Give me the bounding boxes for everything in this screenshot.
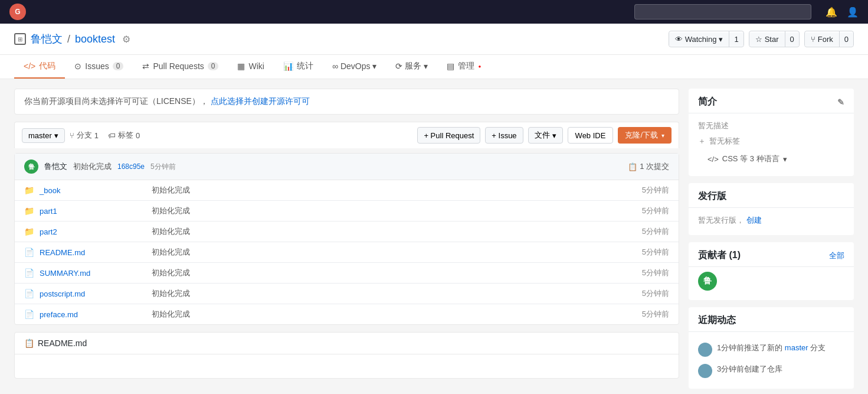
- sidebar-activity: 近期动态 1分钟前推送了新的 master 分支 3分钟前创建了仓库: [689, 307, 854, 389]
- repo-actions: 👁 Watching ▾ 1 ☆ Star 0 ⑂ Fork: [669, 31, 854, 47]
- file-name-postscript[interactable]: postscript.md: [40, 289, 146, 298]
- user-icon[interactable]: 👤: [847, 6, 859, 18]
- file-commit-book: 初始化完成: [152, 185, 636, 196]
- file-name-book[interactable]: _book: [40, 186, 146, 195]
- services-caret: ▾: [424, 61, 428, 71]
- file-table: 鲁 鲁恺文 初始化完成 168c95e 5分钟前 📋 1 次提交 📁 _book…: [14, 153, 679, 325]
- branch-count[interactable]: ⑂ 分支 1: [70, 130, 99, 141]
- commit-count: 📋 1 次提交: [628, 161, 669, 172]
- tab-manage[interactable]: ▤ 管理 ●: [437, 55, 490, 79]
- branch-link[interactable]: master: [785, 343, 808, 352]
- pull-request-button[interactable]: + Pull Request: [417, 127, 480, 144]
- contributors-all-link[interactable]: 全部: [829, 250, 844, 261]
- file-name-summary[interactable]: SUMMARY.md: [40, 269, 146, 278]
- main-content: 你当前开源项目尚未选择许可可证（LICENSE）， 点此选择并创建开源许可可 m…: [0, 79, 868, 394]
- web-ide-button[interactable]: Web IDE: [568, 127, 614, 144]
- activity-title: 近期动态: [689, 314, 854, 332]
- tab-services[interactable]: ⟳ 服务 ▾: [386, 55, 437, 79]
- star-main[interactable]: ☆ Star: [749, 32, 785, 46]
- branch-selector[interactable]: master ▾: [22, 128, 65, 143]
- file-button[interactable]: 文件 ▾: [528, 127, 563, 144]
- top-nav-right: 🔔 👤: [826, 6, 859, 18]
- language-item[interactable]: </> CSS 等 3 种语言 ▾: [698, 151, 844, 167]
- code-icon: </>: [24, 61, 35, 71]
- fork-main[interactable]: ⑂ Fork: [805, 32, 839, 46]
- services-icon: ⟳: [395, 61, 402, 71]
- content-area: 你当前开源项目尚未选择许可可证（LICENSE）， 点此选择并创建开源许可可 m…: [14, 89, 679, 394]
- file-time-part1: 5分钟前: [642, 206, 669, 216]
- readme-header: 📋 README.md: [15, 333, 679, 354]
- file-icon: 📄: [24, 289, 34, 298]
- code-angle-icon: </>: [707, 155, 719, 164]
- contributor-avatar[interactable]: 鲁: [698, 272, 717, 291]
- tab-issues[interactable]: ⊙ Issues 0: [65, 55, 133, 79]
- sidebar-intro: 简介 ✎ 暂无描述 ＋ 暂无标签 </> CSS 等 3 种语言 ▾: [689, 89, 854, 176]
- issue-button[interactable]: + Issue: [485, 127, 523, 144]
- file-row: 📄 SUMMARY.md 初始化完成 5分钟前: [15, 263, 679, 284]
- contributors-header: 贡献者 (1) 全部: [689, 249, 854, 267]
- tag-icon: 🏷: [108, 131, 116, 140]
- file-name-readme[interactable]: README.md: [40, 248, 146, 257]
- file-time-postscript: 5分钟前: [642, 288, 669, 299]
- add-tag-button[interactable]: ＋ 暂无标签: [698, 136, 844, 146]
- settings-icon[interactable]: ⚙: [122, 34, 130, 45]
- commit-hash[interactable]: 168c95e: [117, 162, 145, 171]
- file-name-preface[interactable]: preface.md: [40, 310, 146, 319]
- repo-icon: ⊞: [14, 33, 26, 45]
- wiki-icon: ▦: [237, 61, 245, 71]
- stats-icon: 📊: [283, 61, 293, 71]
- manage-dot: ●: [478, 64, 481, 69]
- star-button[interactable]: ☆ Star 0: [749, 31, 800, 47]
- manage-icon: ▤: [447, 61, 454, 71]
- devops-icon: ∞: [332, 61, 338, 71]
- file-row: 📁 part2 初始化完成 5分钟前: [15, 222, 679, 242]
- sidebar-contributors: 贡献者 (1) 全部 鲁: [689, 242, 854, 300]
- lang-caret: ▾: [783, 155, 787, 164]
- edit-icon[interactable]: ✎: [837, 97, 844, 107]
- plus-icon: ＋: [698, 136, 706, 146]
- file-time-readme: 5分钟前: [642, 247, 669, 258]
- branch-toolbar: master ▾ ⑂ 分支 1 🏷 标签 0 + Pull Request +: [14, 122, 679, 148]
- file-time-part2: 5分钟前: [642, 226, 669, 237]
- commit-time: 5分钟前: [150, 162, 176, 172]
- folder-icon: 📁: [24, 206, 34, 216]
- repo-title: ⊞ 鲁恺文 / booktest ⚙: [14, 32, 130, 46]
- tag-count[interactable]: 🏷 标签 0: [108, 130, 140, 141]
- activity-avatar-1: [698, 364, 712, 378]
- release-create-link[interactable]: 创建: [746, 216, 762, 224]
- watching-main[interactable]: 👁 Watching ▾: [669, 32, 729, 46]
- repo-name-link[interactable]: booktest: [75, 33, 115, 45]
- star-count[interactable]: 0: [785, 32, 799, 46]
- activity-avatar-0: [698, 343, 712, 357]
- tab-code[interactable]: </> 代码: [14, 55, 65, 79]
- repo-owner-link[interactable]: 鲁恺文: [31, 32, 63, 46]
- search-bar[interactable]: [634, 4, 811, 19]
- tab-wiki[interactable]: ▦ Wiki: [228, 55, 273, 79]
- watching-button[interactable]: 👁 Watching ▾ 1: [669, 31, 744, 47]
- logo[interactable]: G: [9, 4, 26, 20]
- activity-text-0: 1分钟前推送了新的 master 分支: [717, 343, 826, 353]
- devops-caret: ▾: [372, 61, 376, 71]
- file-row: 📄 preface.md 初始化完成 5分钟前: [15, 304, 679, 324]
- file-name-part2[interactable]: part2: [40, 227, 146, 236]
- fork-button[interactable]: ⑂ Fork 0: [804, 31, 854, 47]
- eye-icon: 👁: [675, 35, 683, 44]
- bell-icon[interactable]: 🔔: [826, 6, 837, 18]
- readme-icon: 📋: [24, 338, 34, 348]
- clone-button[interactable]: 克隆/下载 ▾: [618, 127, 672, 144]
- tab-stats[interactable]: 📊 统计: [274, 55, 323, 79]
- watching-count[interactable]: 1: [729, 32, 743, 46]
- branch-icon: ⑂: [70, 131, 74, 140]
- fork-count[interactable]: 0: [840, 32, 853, 46]
- readme-body: [15, 354, 679, 378]
- commit-count-icon: 📋: [628, 162, 637, 171]
- commit-author-avatar[interactable]: 鲁: [24, 159, 38, 174]
- watching-label: Watching: [685, 35, 717, 44]
- file-name-part1[interactable]: part1: [40, 207, 146, 216]
- activity-text-1: 3分钟前创建了仓库: [717, 364, 782, 375]
- tab-devops[interactable]: ∞ DevOps ▾: [323, 55, 386, 79]
- license-create-link[interactable]: 点此选择并创建开源许可可: [211, 96, 310, 106]
- sidebar-release: 发行版 暂无发行版， 创建: [689, 183, 854, 235]
- tab-pull-requests[interactable]: ⇄ Pull Requests 0: [133, 55, 228, 79]
- issues-icon: ⊙: [74, 61, 81, 71]
